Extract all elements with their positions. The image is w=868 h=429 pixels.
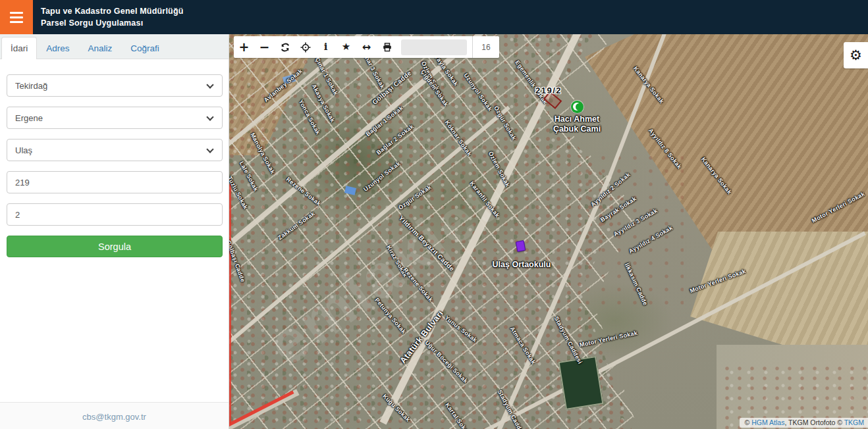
street-label: Kanarya Sokak bbox=[700, 156, 733, 195]
street-label: Bağlar 2 Sokak bbox=[375, 123, 415, 156]
parcel-number-label: 219/2 bbox=[535, 86, 562, 95]
query-submit-button[interactable]: Sorgula bbox=[7, 236, 223, 257]
map-canvas[interactable]: emlakjet Avlanbey SokakÇınar 1 SokakÇına… bbox=[229, 34, 868, 429]
street-label: Ayyıldız 4 Sokak bbox=[628, 224, 674, 255]
query-sidebar: İdari Adres Analiz Coğrafi Tekirdağ Erge… bbox=[0, 34, 229, 429]
street-label: Zakkum Sokak bbox=[277, 210, 316, 241]
street-label: Ayyıldız 8 Sokak bbox=[647, 127, 683, 170]
street-label: Kuğu Sokak bbox=[381, 393, 412, 423]
app-title: Tapu ve Kadastro Genel Müdürlüğü Parsel … bbox=[41, 5, 184, 29]
settings-button[interactable]: ⚙ bbox=[844, 42, 868, 68]
arrows-horizontal-icon: ↔ bbox=[362, 42, 371, 53]
app-header: Tapu ve Kadastro Genel Müdürlüğü Parsel … bbox=[0, 0, 868, 34]
map-attribution: © HGM Atlas, TKGM Ortofoto © TKGM bbox=[740, 418, 868, 428]
hgm-atlas-link[interactable]: HGM Atlas bbox=[751, 418, 784, 426]
street-label: Karanfil Sokak bbox=[469, 180, 501, 219]
chevron-down-icon bbox=[206, 145, 213, 153]
street-label: Uğur Böceği Sokak bbox=[423, 339, 469, 384]
province-select[interactable]: Tekirdağ bbox=[7, 74, 223, 97]
sidebar-footer: cbs@tkgm.gov.tr bbox=[0, 402, 229, 429]
tab-idari[interactable]: İdari bbox=[1, 37, 37, 59]
street-label: Manolya Sokak bbox=[249, 132, 276, 175]
toolbar-redacted-area bbox=[401, 39, 467, 55]
street-label: Kanarya Sokak bbox=[632, 65, 665, 105]
tab-analiz[interactable]: Analiz bbox=[79, 37, 122, 59]
printer-icon bbox=[382, 42, 393, 53]
refresh-button[interactable] bbox=[275, 36, 295, 58]
hamburger-menu-button[interactable] bbox=[0, 0, 33, 34]
street-label: Rezene Sokak bbox=[285, 176, 323, 207]
tab-adres[interactable]: Adres bbox=[37, 37, 78, 59]
plus-icon: + bbox=[239, 41, 250, 53]
street-label: Uzunyol Sokak bbox=[462, 72, 493, 112]
contact-email-link[interactable]: cbs@tkgm.gov.tr bbox=[82, 412, 146, 422]
tab-strip: İdari Adres Analiz Coğrafi bbox=[0, 34, 229, 59]
zoom-out-button[interactable]: − bbox=[254, 36, 275, 58]
school-marker-icon[interactable] bbox=[516, 240, 526, 252]
refresh-icon bbox=[280, 42, 290, 53]
street-label: Motor Yerleri Sokak bbox=[689, 268, 747, 294]
street-label: Motor Yerleri Sokak bbox=[811, 191, 866, 224]
street-label: Stadyum Cadde bbox=[497, 389, 525, 429]
street-label: Lale Sokak bbox=[238, 161, 259, 193]
street-label: Rezene Sokak bbox=[402, 266, 435, 303]
gear-icon: ⚙ bbox=[850, 49, 862, 63]
map-toolbar: + − i bbox=[234, 36, 499, 58]
app-title-line2: Parsel Sorgu Uygulaması bbox=[41, 17, 184, 29]
street-label: Atmaca Sokak bbox=[509, 326, 537, 366]
tkgm-link[interactable]: TKGM bbox=[844, 418, 864, 426]
mosque-marker-icon[interactable] bbox=[571, 101, 583, 113]
locate-button[interactable] bbox=[295, 36, 315, 58]
street-label: Avlanbey Sokak bbox=[263, 68, 304, 104]
street-label: Köknar Sokak bbox=[444, 119, 474, 157]
neighborhood-select-value: Ulaş bbox=[15, 145, 32, 155]
street-label: Yonca Sokak bbox=[298, 99, 321, 136]
street-label: Özlem Sokak bbox=[487, 150, 512, 188]
street-label: Yıldırım Beyazıt Cadde bbox=[398, 214, 456, 273]
neighborhood-select[interactable]: Ulaş bbox=[7, 139, 223, 161]
street-label: Bayrak Sokak bbox=[599, 195, 637, 224]
street-label: Kartal Sokak bbox=[444, 401, 472, 429]
tab-cografi[interactable]: Coğrafi bbox=[121, 37, 169, 59]
street-label: Tuzlu Sokak bbox=[229, 175, 249, 210]
mosque-name-label: Hacı Ahmet Çabuk Cami bbox=[553, 114, 601, 134]
street-label: Uzunyol Sokak bbox=[362, 160, 402, 193]
star-icon: ★ bbox=[342, 42, 350, 52]
street-label: Özgür Sokak bbox=[493, 105, 518, 141]
parcel-input[interactable] bbox=[7, 203, 223, 226]
district-select-value: Ergene bbox=[15, 113, 43, 123]
block-input[interactable] bbox=[7, 171, 223, 193]
zoom-in-button[interactable]: + bbox=[234, 36, 254, 58]
favorites-button[interactable]: ★ bbox=[336, 36, 356, 58]
zoom-level-indicator: 16 bbox=[473, 43, 499, 52]
info-icon: i bbox=[324, 42, 328, 52]
info-button[interactable]: i bbox=[315, 36, 336, 58]
chevron-down-icon bbox=[206, 81, 213, 88]
street-label: Stadyum Caddesi bbox=[553, 315, 583, 365]
app-title-line1: Tapu ve Kadastro Genel Müdürlüğü bbox=[41, 5, 184, 17]
street-label: İlkkasım Cadde bbox=[624, 262, 649, 306]
query-form: Tekirdağ Ergene Ulaş Sorgula bbox=[0, 59, 229, 257]
print-button[interactable] bbox=[377, 36, 397, 58]
province-select-value: Tekirdağ bbox=[15, 81, 47, 91]
street-label: Petunya Sokak bbox=[373, 297, 407, 335]
chevron-down-icon bbox=[206, 113, 213, 120]
hamburger-icon bbox=[10, 12, 23, 14]
street-label: Gölbaşı Cadde bbox=[229, 240, 246, 283]
street-label: Motor Yerleri Sokak bbox=[579, 330, 638, 348]
parcel-query-app: Tapu ve Kadastro Genel Müdürlüğü Parsel … bbox=[0, 0, 868, 429]
minus-icon: − bbox=[259, 41, 270, 53]
district-select[interactable]: Ergene bbox=[7, 107, 223, 129]
measure-button[interactable]: ↔ bbox=[356, 36, 377, 58]
street-label: Özgür Sokak bbox=[397, 184, 433, 211]
street-label: Yunus Sokak bbox=[444, 315, 479, 343]
school-name-label: Ulaş Ortaokulu bbox=[493, 260, 551, 270]
crosshair-icon bbox=[300, 42, 311, 53]
